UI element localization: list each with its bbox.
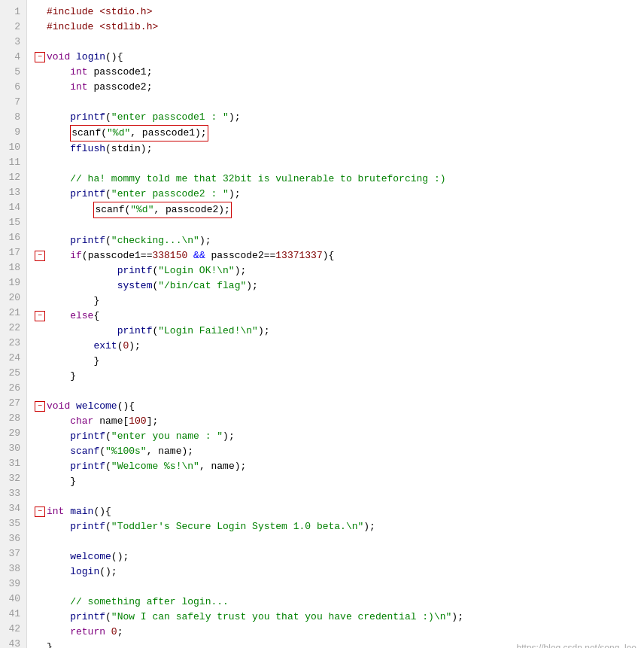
indent xyxy=(47,564,70,580)
token-plain: ); xyxy=(223,429,235,444)
code-line xyxy=(35,218,644,233)
indent xyxy=(47,354,93,369)
token-plain xyxy=(70,50,76,65)
token-plain: passcode2== xyxy=(205,248,276,263)
line-number: 40 xyxy=(6,592,20,607)
token-plain: ( xyxy=(117,339,123,354)
token-plain: (passcode1== xyxy=(82,248,153,263)
line-number: 42 xyxy=(6,622,20,637)
token-plain: } xyxy=(70,474,76,489)
line-number: 6 xyxy=(6,80,20,95)
indent xyxy=(47,294,93,309)
code-line: printf("Welcome %s!\n", name); xyxy=(35,459,644,474)
token-kw-int: int xyxy=(70,65,87,80)
code-line xyxy=(35,95,644,110)
token-num: 13371337 xyxy=(275,248,322,263)
indent xyxy=(47,414,70,429)
token-plain: ){ xyxy=(323,248,340,263)
code-line: −int main(){ xyxy=(35,504,644,519)
line-number: 33 xyxy=(6,486,20,501)
indent xyxy=(47,65,70,80)
line-number: 20 xyxy=(6,291,20,306)
line-number: 13 xyxy=(6,185,20,200)
code-line: } xyxy=(35,354,644,369)
line-number: 41 xyxy=(6,607,20,622)
line-number: 38 xyxy=(6,561,20,577)
indent xyxy=(47,595,70,610)
token-plain: ); xyxy=(246,278,258,294)
token-str: "Login Failed!\n" xyxy=(158,324,258,339)
token-plain: ]; xyxy=(147,414,159,429)
line-number: 25 xyxy=(6,366,20,381)
watermark: https://blog.csdn.net/song_lee xyxy=(517,643,636,648)
token-plain: ( xyxy=(105,610,111,625)
token-plain: (stdin); xyxy=(105,141,152,157)
code-line xyxy=(35,489,644,504)
token-plain xyxy=(70,399,76,414)
fold-icon[interactable]: − xyxy=(35,52,45,62)
indent xyxy=(47,610,70,625)
code-line: system("/bin/cat flag"); xyxy=(35,278,644,294)
fold-icon[interactable]: − xyxy=(35,507,45,517)
code-line: − if(passcode1==338150 && passcode2==133… xyxy=(35,248,644,263)
indent xyxy=(47,126,70,141)
line-number: 39 xyxy=(6,577,20,592)
token-func: printf xyxy=(70,459,105,474)
token-kw-int: int xyxy=(70,80,87,95)
highlighted-code: scanf("%d", passcode1); xyxy=(70,125,208,141)
code-line: #include <stdlib.h> xyxy=(35,20,644,35)
token-plain: ( xyxy=(152,263,158,278)
line-number: 34 xyxy=(6,501,20,516)
code-line: printf("Login OK!\n"); xyxy=(35,263,644,278)
token-num: 0 xyxy=(123,339,129,354)
code-line: −void welcome(){ xyxy=(35,399,644,414)
indent xyxy=(47,172,70,187)
token-plain xyxy=(187,248,193,263)
code-line: } xyxy=(35,294,644,309)
token-plain: ; xyxy=(117,625,123,640)
indent xyxy=(47,248,70,263)
indent xyxy=(47,80,70,95)
token-kw-char: char xyxy=(70,414,93,429)
indent xyxy=(47,278,117,294)
token-func: printf xyxy=(70,187,105,202)
code-line: printf("Login Failed!\n"); xyxy=(35,324,644,339)
token-num: 0 xyxy=(111,625,117,640)
token-plain: (); xyxy=(111,549,129,564)
token-preproc: #include xyxy=(47,20,93,35)
token-func: printf xyxy=(117,263,153,278)
indent xyxy=(47,339,93,354)
code-line: } xyxy=(35,369,644,384)
token-func: printf xyxy=(70,519,105,534)
fold-icon[interactable]: − xyxy=(35,401,45,412)
indent xyxy=(47,429,70,444)
line-number: 5 xyxy=(6,65,20,80)
line-number: 26 xyxy=(6,381,20,396)
token-plain: } xyxy=(47,640,53,648)
token-func: welcome xyxy=(70,549,111,564)
indent xyxy=(47,459,70,474)
indent xyxy=(47,309,70,324)
token-str: "enter passcode1 : " xyxy=(111,110,229,125)
code-line: −void login(){ xyxy=(35,50,644,65)
code-area: #include <stdio.h>#include <stdlib.h> −v… xyxy=(27,0,644,648)
line-number: 11 xyxy=(6,155,20,170)
code-line: // something after login... xyxy=(35,595,644,610)
code-line: } xyxy=(35,474,644,489)
code-line: welcome(); xyxy=(35,549,644,564)
fold-icon[interactable]: − xyxy=(35,251,45,261)
code-line xyxy=(35,534,644,549)
token-num: 338150 xyxy=(152,248,187,263)
code-line: fflush(stdin); xyxy=(35,141,644,157)
code-line: // ha! mommy told me that 32bit is vulne… xyxy=(35,172,644,187)
fold-icon[interactable]: − xyxy=(35,311,45,321)
line-number: 2 xyxy=(6,20,20,35)
token-kw-if: if xyxy=(70,248,82,263)
token-plain: (); xyxy=(99,564,117,580)
line-number: 28 xyxy=(6,411,20,426)
code-line: scanf("%100s", name); xyxy=(35,444,644,459)
token-plain: ( xyxy=(105,519,111,534)
line-number: 27 xyxy=(6,396,20,411)
code-container: 1234567891011121314151617181920212223242… xyxy=(0,0,644,648)
line-number: 22 xyxy=(6,321,20,336)
